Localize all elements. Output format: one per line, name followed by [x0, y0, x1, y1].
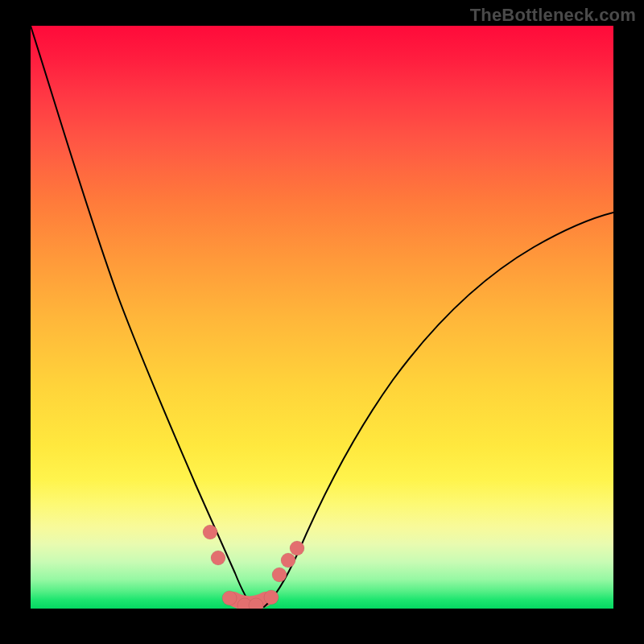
watermark-text: TheBottleneck.com — [470, 5, 636, 26]
plot-area — [31, 26, 613, 609]
chart-stage: TheBottleneck.com — [0, 0, 644, 644]
